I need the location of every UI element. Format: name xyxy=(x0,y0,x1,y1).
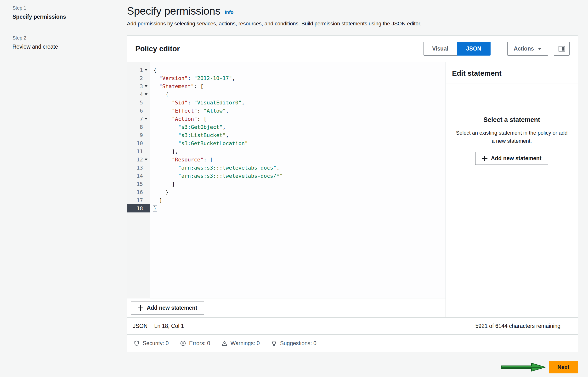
problem-label: Warnings: 0 xyxy=(231,340,260,347)
fold-arrow-icon[interactable] xyxy=(145,69,148,71)
page-description: Add permissions by selecting services, a… xyxy=(127,21,578,27)
problem-label: Errors: 0 xyxy=(189,340,210,347)
shield-icon xyxy=(133,340,140,347)
problem-label: Security: 0 xyxy=(143,340,169,347)
step2-title[interactable]: Review and create xyxy=(12,44,94,50)
steps-divider xyxy=(12,28,94,28)
gutter-line-7[interactable]: 7 xyxy=(127,115,150,123)
policy-editor-card: Policy editor Visual JSON Actions 123456… xyxy=(127,35,578,352)
actions-dropdown-button[interactable]: Actions xyxy=(507,42,548,56)
fold-arrow-icon[interactable] xyxy=(145,85,148,87)
code-line-2[interactable]: "Version": "2012-10-17", xyxy=(150,74,446,82)
code-line-9[interactable]: "s3:ListBucket", xyxy=(150,131,446,139)
gutter-line-14[interactable]: 14 xyxy=(127,172,150,180)
gutter-line-1[interactable]: 1 xyxy=(127,66,150,74)
code-line-6[interactable]: "Effect": "Allow", xyxy=(150,106,446,115)
code-line-13[interactable]: "arn:aws:s3:::twelevelabs-docs", xyxy=(150,164,446,172)
editor-left-column: 123456789101112131415161718 { "Version":… xyxy=(127,62,446,317)
gutter-line-9[interactable]: 9 xyxy=(127,131,150,139)
editor-code: { "Version": "2012-10-17", "Statement": … xyxy=(150,62,446,298)
problem-label: Suggestions: 0 xyxy=(280,340,316,347)
problem-suggestion[interactable]: Suggestions: 0 xyxy=(271,340,316,347)
gutter-line-11[interactable]: 11 xyxy=(127,147,150,155)
edit-statement-panel: Edit statement Select a statement Select… xyxy=(446,62,578,317)
code-line-12[interactable]: "Resource": [ xyxy=(150,155,446,164)
fold-arrow-icon[interactable] xyxy=(145,118,148,120)
gutter-line-16[interactable]: 16 xyxy=(127,188,150,196)
policy-editor-title: Policy editor xyxy=(135,45,180,53)
plus-icon xyxy=(138,305,143,311)
gutter-line-6[interactable]: 6 xyxy=(127,106,150,115)
main-content: Specify permissions Info Add permissions… xyxy=(127,0,578,373)
suggestion-icon xyxy=(271,340,277,347)
visual-tab[interactable]: Visual xyxy=(424,42,457,56)
add-new-statement-button[interactable]: Add new statement xyxy=(131,302,204,315)
add-new-statement-label: Add new statement xyxy=(147,305,197,311)
editor-problems-bar: Security: 0Errors: 0Warnings: 0Suggestio… xyxy=(127,334,578,352)
wizard-footer: Next xyxy=(127,361,578,373)
gutter-line-15[interactable]: 15 xyxy=(127,180,150,188)
warning-icon xyxy=(221,340,228,347)
editor-mode-indicator: JSON xyxy=(133,323,148,329)
step1-label: Step 1 xyxy=(12,5,94,11)
fold-arrow-icon[interactable] xyxy=(145,159,148,161)
fold-arrow-icon[interactable] xyxy=(145,94,148,95)
gutter-line-17[interactable]: 17 xyxy=(127,196,150,204)
code-line-7[interactable]: "Action": [ xyxy=(150,115,446,123)
cursor-position: Ln 18, Col 1 xyxy=(154,323,184,329)
problem-error[interactable]: Errors: 0 xyxy=(180,340,210,347)
code-line-17[interactable]: ] xyxy=(150,196,446,204)
actions-dropdown-label: Actions xyxy=(514,46,534,52)
next-button[interactable]: Next xyxy=(549,361,578,373)
gutter-line-13[interactable]: 13 xyxy=(127,164,150,172)
problem-shield[interactable]: Security: 0 xyxy=(133,340,169,347)
editor-body: 123456789101112131415161718 { "Version":… xyxy=(127,62,578,317)
wizard-steps-nav: Step 1 Specify permissions Step 2 Review… xyxy=(12,5,94,50)
editor-controls: Visual JSON Actions xyxy=(424,42,570,56)
step1-title[interactable]: Specify permissions xyxy=(12,14,94,20)
code-line-10[interactable]: "s3:GetBucketLocation" xyxy=(150,139,446,147)
problem-warning[interactable]: Warnings: 0 xyxy=(221,340,260,347)
error-icon xyxy=(180,340,186,347)
editor-gutter: 123456789101112131415161718 xyxy=(127,62,150,298)
gutter-line-8[interactable]: 8 xyxy=(127,123,150,131)
select-statement-description: Select an existing statement in the poli… xyxy=(456,129,568,145)
annotation-arrow xyxy=(501,362,546,373)
code-line-3[interactable]: "Statement": [ xyxy=(150,82,446,90)
add-statement-row: Add new statement xyxy=(127,298,446,317)
gutter-line-12[interactable]: 12 xyxy=(127,155,150,164)
code-line-8[interactable]: "s3:GetObject", xyxy=(150,123,446,131)
expand-editor-button[interactable] xyxy=(554,42,570,56)
gutter-line-18[interactable]: 18 xyxy=(127,204,150,212)
page-title: Specify permissions xyxy=(127,5,220,17)
edit-statement-content: Select a statement Select an existing st… xyxy=(446,84,578,165)
page-header: Specify permissions Info xyxy=(127,5,578,17)
plus-icon xyxy=(482,156,487,161)
code-line-4[interactable]: { xyxy=(150,90,446,98)
gutter-line-3[interactable]: 3 xyxy=(127,82,150,90)
gutter-line-2[interactable]: 2 xyxy=(127,74,150,82)
status-left: JSON Ln 18, Col 1 xyxy=(133,323,184,329)
code-line-18[interactable]: } xyxy=(150,204,446,212)
gutter-line-5[interactable]: 5 xyxy=(127,98,150,106)
code-line-14[interactable]: "arn:aws:s3:::twelevelabs-docs/*" xyxy=(150,172,446,180)
code-line-11[interactable]: ], xyxy=(150,147,446,155)
code-line-16[interactable]: } xyxy=(150,188,446,196)
editor-status-bar: JSON Ln 18, Col 1 5921 of 6144 character… xyxy=(127,317,578,334)
gutter-line-10[interactable]: 10 xyxy=(127,139,150,147)
info-link[interactable]: Info xyxy=(225,10,234,17)
select-statement-heading: Select a statement xyxy=(454,116,569,124)
policy-editor-header: Policy editor Visual JSON Actions xyxy=(127,36,578,62)
step2-label: Step 2 xyxy=(12,35,94,41)
panel-add-new-statement-button[interactable]: Add new statement xyxy=(475,152,549,165)
json-editor[interactable]: 123456789101112131415161718 { "Version":… xyxy=(127,62,446,298)
edit-statement-title: Edit statement xyxy=(446,62,578,84)
code-line-1[interactable]: { xyxy=(150,66,446,74)
gutter-line-4[interactable]: 4 xyxy=(127,90,150,98)
code-line-5[interactable]: "Sid": "VisualEditor0", xyxy=(150,98,446,106)
json-tab[interactable]: JSON xyxy=(457,42,491,56)
chevron-down-icon xyxy=(538,48,542,50)
panel-add-new-statement-label: Add new statement xyxy=(491,155,542,162)
expand-panel-icon xyxy=(559,46,565,51)
code-line-15[interactable]: ] xyxy=(150,180,446,188)
